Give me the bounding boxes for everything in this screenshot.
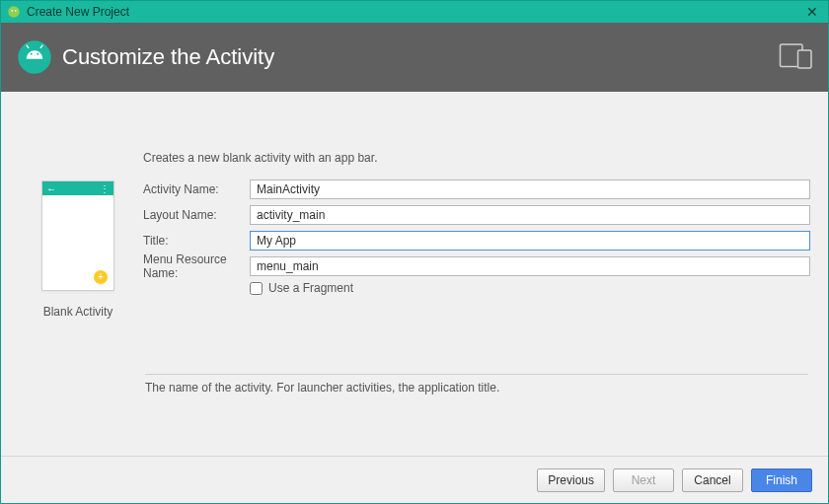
svg-rect-9 (798, 50, 812, 68)
next-button: Next (613, 468, 674, 492)
layout-name-label: Layout Name: (143, 208, 250, 222)
preview-appbar: ← ⋮ (42, 181, 113, 195)
back-arrow-icon: ← (46, 183, 56, 194)
cancel-button[interactable]: Cancel (682, 468, 743, 492)
use-fragment-checkbox[interactable] (250, 282, 263, 295)
title-label: Title: (143, 234, 250, 248)
menu-resource-input[interactable] (250, 256, 810, 276)
form-description: Creates a new blank activity with an app… (143, 151, 810, 165)
android-studio-icon (7, 5, 21, 19)
svg-point-2 (15, 10, 17, 12)
preview-body: + (42, 195, 113, 290)
previous-button[interactable]: Previous (537, 468, 605, 492)
window-title: Create New Project (27, 5, 129, 19)
template-preview[interactable]: ← ⋮ + (41, 180, 114, 291)
page-title: Customize the Activity (62, 44, 274, 70)
hint-text: The name of the activity. For launcher a… (145, 381, 808, 395)
android-head-icon (15, 37, 54, 77)
menu-resource-label: Menu Resource Name: (143, 252, 250, 280)
hint-separator (145, 374, 808, 375)
activity-name-input[interactable] (250, 180, 810, 199)
template-caption: Blank Activity (43, 305, 113, 319)
close-icon[interactable]: ✕ (802, 4, 822, 20)
activity-name-label: Activity Name: (143, 182, 250, 196)
title-input[interactable] (250, 231, 810, 251)
svg-point-6 (31, 53, 33, 55)
device-frame-icon (779, 42, 814, 73)
svg-point-0 (8, 6, 20, 18)
finish-button[interactable]: Finish (751, 468, 812, 492)
titlebar: Create New Project ✕ (1, 1, 828, 23)
svg-point-1 (11, 10, 13, 12)
layout-name-input[interactable] (250, 205, 810, 225)
footer-buttons: Previous Next Cancel Finish (1, 456, 828, 503)
header-banner: Customize the Activity (1, 23, 828, 92)
use-fragment-label[interactable]: Use a Fragment (268, 281, 353, 295)
svg-point-7 (37, 53, 38, 55)
overflow-menu-icon: ⋮ (100, 183, 110, 194)
fab-icon: + (94, 270, 108, 284)
